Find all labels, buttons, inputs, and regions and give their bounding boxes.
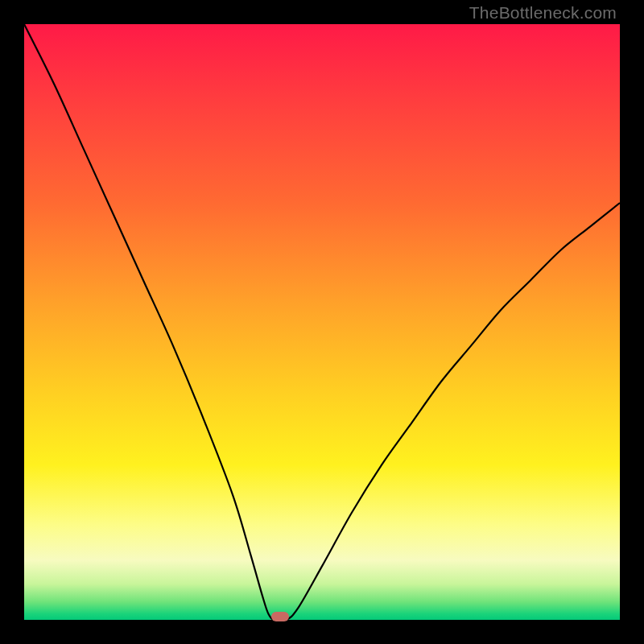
watermark-text: TheBottleneck.com <box>469 3 617 23</box>
bottleneck-curve <box>24 24 620 620</box>
chart-frame: TheBottleneck.com <box>0 0 644 644</box>
curve-path <box>24 24 620 621</box>
optimum-marker <box>271 612 289 621</box>
plot-area <box>24 24 620 620</box>
